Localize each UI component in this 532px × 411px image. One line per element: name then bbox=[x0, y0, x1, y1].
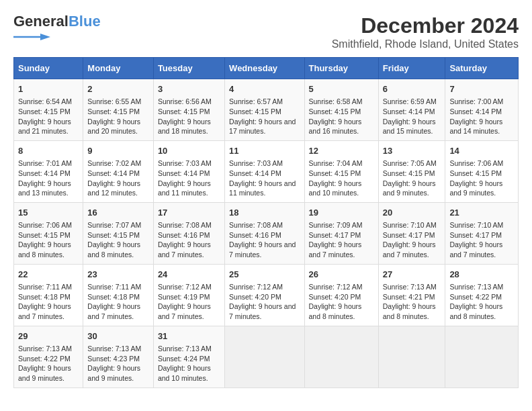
day-cell bbox=[378, 326, 445, 387]
daylight-text: Daylight: 9 hours and 8 minutes. bbox=[449, 302, 514, 321]
col-header-saturday: Saturday bbox=[445, 58, 519, 79]
col-header-wednesday: Wednesday bbox=[225, 58, 304, 79]
day-cell: 12Sunrise: 7:04 AMSunset: 4:15 PMDayligh… bbox=[304, 140, 378, 202]
day-cell bbox=[304, 326, 378, 387]
sunrise-text: Sunrise: 7:03 AM bbox=[229, 158, 300, 169]
daylight-text: Daylight: 9 hours and 17 minutes. bbox=[229, 117, 300, 136]
sunrise-text: Sunrise: 6:55 AM bbox=[87, 97, 149, 107]
day-number: 17 bbox=[158, 207, 220, 219]
day-cell: 6Sunrise: 6:59 AMSunset: 4:14 PMDaylight… bbox=[378, 79, 445, 141]
sunset-text: Sunset: 4:14 PM bbox=[383, 107, 441, 117]
day-number: 18 bbox=[229, 207, 300, 219]
day-number: 1 bbox=[18, 83, 79, 95]
day-number: 20 bbox=[383, 207, 441, 219]
daylight-text: Daylight: 9 hours and 13 minutes. bbox=[18, 179, 79, 198]
logo-general: General bbox=[13, 13, 69, 30]
day-cell: 25Sunrise: 7:12 AMSunset: 4:20 PMDayligh… bbox=[225, 264, 304, 326]
sunset-text: Sunset: 4:16 PM bbox=[229, 230, 300, 240]
daylight-text: Daylight: 9 hours and 7 minutes. bbox=[449, 240, 514, 259]
title-area: December 2024 Smithfield, Rhode Island, … bbox=[332, 13, 519, 50]
sunrise-text: Sunrise: 7:09 AM bbox=[309, 220, 374, 230]
sunrise-text: Sunrise: 7:02 AM bbox=[87, 158, 149, 169]
daylight-text: Daylight: 9 hours and 9 minutes. bbox=[449, 179, 514, 198]
svg-marker-1 bbox=[40, 34, 50, 40]
sunset-text: Sunset: 4:17 PM bbox=[309, 230, 374, 240]
daylight-text: Daylight: 9 hours and 8 minutes. bbox=[87, 240, 149, 259]
sunset-text: Sunset: 4:15 PM bbox=[309, 169, 374, 179]
day-number: 7 bbox=[449, 83, 514, 95]
sunset-text: Sunset: 4:17 PM bbox=[383, 230, 441, 240]
day-cell: 2Sunrise: 6:55 AMSunset: 4:15 PMDaylight… bbox=[83, 79, 154, 141]
sunset-text: Sunset: 4:18 PM bbox=[18, 292, 79, 302]
col-header-thursday: Thursday bbox=[304, 58, 378, 79]
daylight-text: Daylight: 9 hours and 9 minutes. bbox=[18, 363, 79, 383]
day-number: 5 bbox=[309, 83, 374, 95]
day-number: 22 bbox=[18, 269, 79, 281]
daylight-text: Daylight: 9 hours and 15 minutes. bbox=[383, 117, 441, 136]
day-cell: 3Sunrise: 6:56 AMSunset: 4:15 PMDaylight… bbox=[153, 79, 224, 141]
day-cell: 28Sunrise: 7:13 AMSunset: 4:22 PMDayligh… bbox=[445, 264, 519, 326]
daylight-text: Daylight: 9 hours and 7 minutes. bbox=[229, 302, 300, 321]
day-cell: 29Sunrise: 7:13 AMSunset: 4:22 PMDayligh… bbox=[14, 326, 83, 387]
sunset-text: Sunset: 4:15 PM bbox=[18, 107, 79, 117]
day-number: 3 bbox=[158, 83, 220, 95]
main-title: December 2024 bbox=[332, 13, 519, 38]
sunrise-text: Sunrise: 6:57 AM bbox=[229, 97, 300, 107]
day-cell: 5Sunrise: 6:58 AMSunset: 4:15 PMDaylight… bbox=[304, 79, 378, 141]
sunset-text: Sunset: 4:17 PM bbox=[449, 230, 514, 240]
day-number: 14 bbox=[449, 145, 514, 157]
daylight-text: Daylight: 9 hours and 7 minutes. bbox=[87, 302, 149, 321]
daylight-text: Daylight: 9 hours and 8 minutes. bbox=[18, 240, 79, 259]
daylight-text: Daylight: 9 hours and 14 minutes. bbox=[449, 117, 514, 136]
sunset-text: Sunset: 4:16 PM bbox=[158, 230, 220, 240]
sunrise-text: Sunrise: 7:04 AM bbox=[309, 158, 374, 169]
day-number: 10 bbox=[158, 145, 220, 157]
day-number: 6 bbox=[383, 83, 441, 95]
day-number: 8 bbox=[18, 145, 79, 157]
daylight-text: Daylight: 9 hours and 7 minutes. bbox=[158, 302, 220, 321]
day-cell: 23Sunrise: 7:11 AMSunset: 4:18 PMDayligh… bbox=[83, 264, 154, 326]
day-cell: 16Sunrise: 7:07 AMSunset: 4:15 PMDayligh… bbox=[83, 202, 154, 264]
day-cell: 4Sunrise: 6:57 AMSunset: 4:15 PMDaylight… bbox=[225, 79, 304, 141]
sunset-text: Sunset: 4:14 PM bbox=[229, 169, 300, 179]
daylight-text: Daylight: 9 hours and 7 minutes. bbox=[229, 240, 300, 259]
week-row-1: 1Sunrise: 6:54 AMSunset: 4:15 PMDaylight… bbox=[14, 79, 519, 141]
sunset-text: Sunset: 4:15 PM bbox=[18, 230, 79, 240]
week-row-4: 22Sunrise: 7:11 AMSunset: 4:18 PMDayligh… bbox=[14, 264, 519, 326]
day-number: 23 bbox=[87, 269, 149, 281]
calendar-table: SundayMondayTuesdayWednesdayThursdayFrid… bbox=[13, 57, 519, 388]
sunset-text: Sunset: 4:21 PM bbox=[383, 292, 441, 302]
sunrise-text: Sunrise: 7:10 AM bbox=[449, 220, 514, 230]
daylight-text: Daylight: 9 hours and 10 minutes. bbox=[158, 363, 220, 383]
sunrise-text: Sunrise: 7:03 AM bbox=[158, 158, 220, 169]
week-row-3: 15Sunrise: 7:06 AMSunset: 4:15 PMDayligh… bbox=[14, 202, 519, 264]
day-number: 15 bbox=[18, 207, 79, 219]
col-header-tuesday: Tuesday bbox=[153, 58, 224, 79]
sunrise-text: Sunrise: 7:08 AM bbox=[158, 220, 220, 230]
sunset-text: Sunset: 4:14 PM bbox=[87, 169, 149, 179]
sunset-text: Sunset: 4:24 PM bbox=[158, 354, 220, 364]
logo-blue: Blue bbox=[69, 13, 101, 30]
week-row-2: 8Sunrise: 7:01 AMSunset: 4:14 PMDaylight… bbox=[14, 140, 519, 202]
day-number: 27 bbox=[383, 269, 441, 281]
day-number: 25 bbox=[229, 269, 300, 281]
sunset-text: Sunset: 4:15 PM bbox=[87, 107, 149, 117]
day-number: 30 bbox=[87, 330, 149, 342]
col-header-monday: Monday bbox=[83, 58, 154, 79]
daylight-text: Daylight: 9 hours and 7 minutes. bbox=[383, 240, 441, 259]
day-cell: 13Sunrise: 7:05 AMSunset: 4:15 PMDayligh… bbox=[378, 140, 445, 202]
daylight-text: Daylight: 9 hours and 7 minutes. bbox=[18, 302, 79, 321]
sunset-text: Sunset: 4:15 PM bbox=[309, 107, 374, 117]
daylight-text: Daylight: 9 hours and 8 minutes. bbox=[383, 302, 441, 321]
sunrise-text: Sunrise: 7:12 AM bbox=[229, 282, 300, 292]
sunrise-text: Sunrise: 7:13 AM bbox=[449, 282, 514, 292]
logo: GeneralBlue bbox=[13, 13, 101, 43]
sunrise-text: Sunrise: 6:54 AM bbox=[18, 97, 79, 107]
daylight-text: Daylight: 9 hours and 11 minutes. bbox=[229, 179, 300, 198]
sunset-text: Sunset: 4:22 PM bbox=[449, 292, 514, 302]
sunset-text: Sunset: 4:15 PM bbox=[87, 230, 149, 240]
sunset-text: Sunset: 4:14 PM bbox=[18, 169, 79, 179]
day-number: 21 bbox=[449, 207, 514, 219]
daylight-text: Daylight: 9 hours and 9 minutes. bbox=[87, 363, 149, 383]
sunrise-text: Sunrise: 7:13 AM bbox=[383, 282, 441, 292]
